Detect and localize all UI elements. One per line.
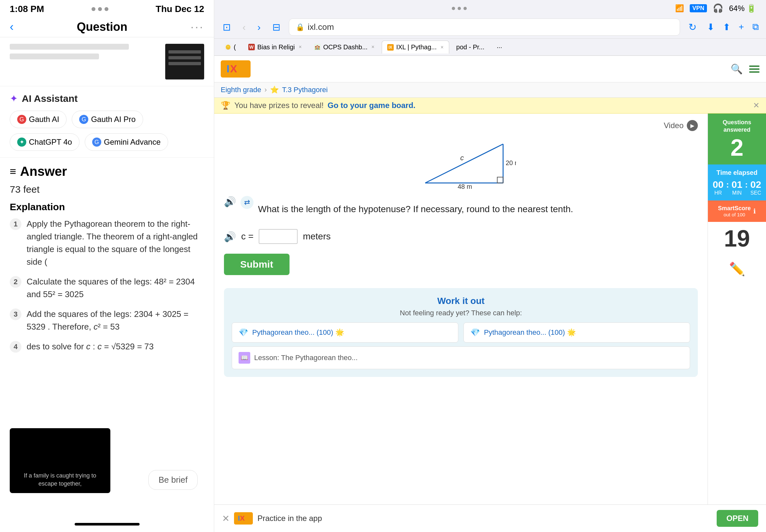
timer-sec-label: SEC	[750, 190, 761, 196]
tab-ocps[interactable]: 🏫 OCPS Dashb... ×	[309, 41, 380, 54]
ai-assistant-title: AI Assistant	[22, 93, 78, 104]
ai-sparkle-icon: ✦	[10, 93, 18, 104]
svg-text:20 m: 20 m	[506, 159, 516, 166]
tab-pod-label: pod - Pr...	[456, 43, 485, 51]
ixl-content: IXL 🔍 Eighth grade › ⭐ T.3 Pythagorei 🏆	[214, 56, 766, 532]
open-app-button[interactable]: OPEN	[717, 510, 758, 527]
work-link-1[interactable]: 💎 Pythagorean theo... (100) 🌟	[232, 322, 458, 343]
battery-percent: 64%	[729, 4, 745, 13]
battery-icon: 🔋	[747, 4, 756, 13]
chatgpt-button[interactable]: ✦ ChatGPT 4o	[10, 133, 79, 151]
chatgpt-icon: ✦	[17, 138, 26, 147]
tab-switcher-button[interactable]: ⊡	[219, 19, 234, 35]
work-link-2[interactable]: 💎 Pythagorean theo... (100) 🌟	[464, 322, 690, 343]
top-nav: ‹ Question ···	[0, 17, 214, 37]
preview-line-1	[10, 44, 129, 50]
gauth-label: Gauth AI	[29, 115, 59, 124]
translate-icon[interactable]: ⇄	[240, 196, 253, 209]
dot	[458, 7, 461, 10]
reload-button[interactable]: ↻	[685, 19, 700, 35]
right-panel: 📶 VPN 🎧 64% 🔋 ⊡ ‹ › ⊟ 🔒 ixl.com ↻ ⬇ ⬆ + …	[214, 0, 766, 532]
lock-icon: 🔒	[296, 23, 304, 31]
url-text: ixl.com	[308, 22, 334, 32]
smart-score-label: SmartScore	[718, 205, 751, 212]
questions-answered-value: 2	[711, 136, 763, 159]
tab-ocps-close[interactable]: ×	[371, 44, 374, 50]
logo-i: I	[226, 63, 230, 75]
work-links: 💎 Pythagorean theo... (100) 🌟 💎 Pythagor…	[232, 322, 690, 343]
address-bar[interactable]: 🔒 ixl.com	[289, 18, 680, 36]
back-button[interactable]: ‹	[239, 20, 249, 35]
smart-score-box: SmartScore out of 100 ℹ	[708, 200, 766, 222]
submit-button[interactable]: Submit	[224, 254, 289, 275]
timer-colon-1: :	[726, 180, 729, 196]
video-label: Video	[664, 121, 684, 130]
smart-score-info-icon[interactable]: ℹ	[753, 207, 756, 215]
prize-close-button[interactable]: ✕	[753, 101, 760, 110]
new-tab-button[interactable]: +	[737, 20, 746, 34]
breadcrumb-topic-label[interactable]: T.3 Pythagorei	[282, 86, 328, 94]
tabs-overview-button[interactable]: ⧉	[750, 20, 761, 34]
video-play-button[interactable]: ▶	[687, 120, 698, 131]
ai-buttons-row: G Gauth AI G Gauth AI Pro ✦ ChatGPT 4o G…	[10, 111, 204, 151]
smart-score-sub: out of 100	[718, 212, 751, 217]
brief-button[interactable]: Be brief	[148, 470, 198, 490]
ai-assistant-section: ✦ AI Assistant G Gauth AI G Gauth AI Pro…	[0, 86, 214, 157]
home-indicator	[75, 523, 140, 526]
tab-1[interactable]: 🪙 (	[219, 41, 241, 54]
reader-view-button[interactable]: ⊟	[269, 19, 284, 35]
battery-info: 64% 🔋	[729, 4, 756, 13]
lesson-link[interactable]: 📖 Lesson: The Pythagorean theo...	[232, 346, 690, 369]
preview-text	[10, 44, 159, 63]
tab-ellipsis[interactable]: ···	[492, 41, 507, 54]
gauth-ai-pro-button[interactable]: G Gauth AI Pro	[72, 111, 143, 128]
gauthpro-label: Gauth AI Pro	[91, 115, 135, 124]
tab-pod[interactable]: pod - Pr...	[451, 41, 490, 54]
download-button[interactable]: ⬇	[705, 20, 716, 34]
tab-bias-close[interactable]: ×	[298, 44, 301, 50]
ixl-main: Video ▶ c 20 m 48 m	[214, 114, 766, 504]
sound-icon-1[interactable]: 🔊	[224, 196, 236, 207]
app-banner-text: Practice in the app	[257, 514, 322, 523]
ai-assistant-header: ✦ AI Assistant	[10, 93, 204, 104]
gemini-button[interactable]: G Gemini Advance	[85, 133, 168, 151]
breadcrumb-grade[interactable]: Eighth grade	[221, 86, 261, 94]
tab-ocps-label: OCPS Dashb...	[323, 43, 368, 51]
timer-sec: 02 SEC	[750, 179, 761, 196]
gauth-ai-button[interactable]: G Gauth AI	[10, 111, 67, 128]
search-icon[interactable]: 🔍	[731, 63, 743, 75]
app-banner: ✕ IXL Practice in the app OPEN	[214, 504, 766, 532]
browser-toolbar: ⊡ ‹ › ⊟ 🔒 ixl.com ↻ ⬇ ⬆ + ⧉	[214, 16, 766, 39]
back-button[interactable]: ‹	[10, 20, 14, 34]
step-text-4: des to solve for c : c = √5329 = 73	[27, 340, 154, 353]
work-it-out-section: Work it out Not feeling ready yet? These…	[224, 288, 698, 377]
status-dots	[91, 7, 108, 11]
img-line	[168, 62, 201, 65]
browser-status-dots	[452, 7, 467, 10]
step-text-1: Apply the Pythagorean theorem to the rig…	[27, 218, 204, 268]
step-num-3: 3	[10, 308, 21, 320]
more-button[interactable]: ···	[190, 20, 204, 34]
browser-status-right: 📶 VPN 🎧 64% 🔋	[675, 3, 756, 13]
sound-icon-2[interactable]: 🔊	[224, 231, 236, 242]
tab-bias[interactable]: W Bias in Religi ×	[243, 41, 307, 54]
timer-min: 01 MIN	[732, 179, 742, 196]
prize-link[interactable]: Go to your game board.	[327, 101, 416, 110]
question-text: What is the length of the hypotenuse? If…	[258, 202, 573, 216]
app-banner-close-button[interactable]: ✕	[222, 513, 229, 524]
menu-icon[interactable]	[749, 66, 760, 73]
svg-text:48 m: 48 m	[458, 183, 472, 189]
forward-button[interactable]: ›	[254, 20, 264, 35]
tabs-bar: 🪙 ( W Bias in Religi × 🏫 OCPS Dashb... ×…	[214, 39, 766, 56]
tab-ixl-label: IXL | Pythag...	[396, 43, 437, 51]
lesson-icon: 📖	[238, 352, 250, 364]
step-num-4: 4	[10, 341, 21, 353]
answer-input-field[interactable]	[259, 229, 298, 244]
question-row: 🔊 ⇄ What is the length of the hypotenuse…	[224, 196, 698, 223]
left-panel: 1:08 PM Thu Dec 12 ‹ Question ··· ✦	[0, 0, 214, 532]
pencil-icon[interactable]: ✏️	[723, 255, 752, 283]
share-button[interactable]: ⬆	[721, 20, 732, 34]
tab-ixl[interactable]: IX IXL | Pythag... ×	[382, 41, 449, 54]
tab-ixl-close[interactable]: ×	[441, 44, 444, 50]
question-image-thumbnail	[165, 44, 204, 79]
